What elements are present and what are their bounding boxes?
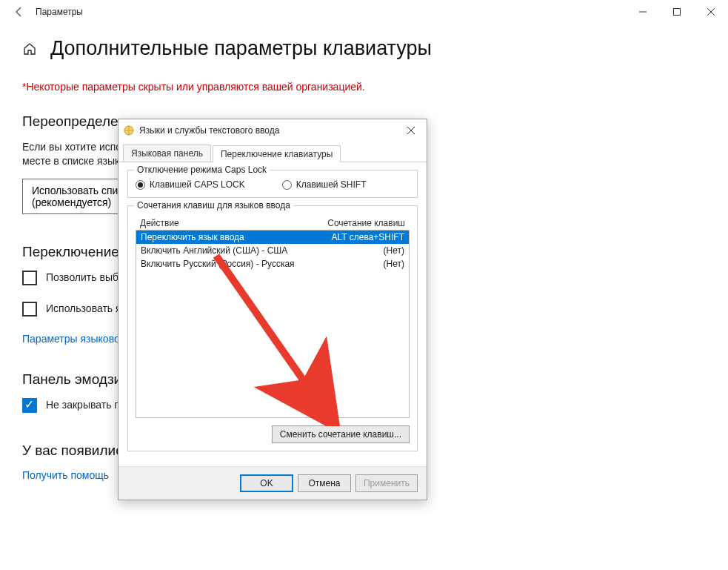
list-item[interactable]: Переключить язык ввода ALT слева+SHIFT xyxy=(136,231,409,244)
maximize-button[interactable] xyxy=(660,0,694,24)
list-combo: ALT слева+SHIFT xyxy=(332,232,405,242)
group-legend: Отключение режима Caps Lock xyxy=(134,165,270,175)
home-icon[interactable] xyxy=(22,42,37,56)
tab-language-panel[interactable]: Языковая панель xyxy=(123,145,211,162)
ok-button[interactable]: OK xyxy=(240,474,293,492)
list-combo: (Нет) xyxy=(384,245,404,256)
dialog-tabstrip: Языковая панель Переключение клавиатуры xyxy=(118,142,427,162)
radio-capslock-key[interactable]: Клавишей CAPS LOCK xyxy=(136,179,245,190)
radio-label: Клавишей SHIFT xyxy=(296,179,367,190)
group-capslock: Отключение режима Caps Lock Клавишей CAP… xyxy=(127,170,418,198)
window-title: Параметры xyxy=(36,7,83,17)
group-hotkeys: Сочетания клавиш для языков ввода Действ… xyxy=(127,205,418,451)
tab-keyboard-switch[interactable]: Переключение клавиатуры xyxy=(213,145,341,162)
apply-button[interactable]: Применить xyxy=(355,474,418,492)
policy-note: *Некоторые параметры скрыты или управляю… xyxy=(22,81,706,93)
list-combo: (Нет) xyxy=(384,259,404,269)
hotkey-list[interactable]: Переключить язык ввода ALT слева+SHIFT В… xyxy=(136,230,410,418)
col-combo: Сочетание клавиш xyxy=(327,218,405,228)
window-titlebar: Параметры xyxy=(0,0,728,24)
dialog-body: Отключение режима Caps Lock Клавишей CAP… xyxy=(118,162,427,466)
hotkey-columns: Действие Сочетание клавиш xyxy=(136,215,410,230)
back-button[interactable] xyxy=(6,0,33,24)
radio-shift-key[interactable]: Клавишей SHIFT xyxy=(282,179,367,190)
keyboard-globe-icon xyxy=(123,125,135,136)
checkbox-icon xyxy=(22,302,37,317)
dialog-close-button[interactable] xyxy=(400,125,422,136)
dialog-titlebar[interactable]: Языки и службы текстового ввода xyxy=(118,119,427,142)
radio-label: Клавишей CAPS LOCK xyxy=(150,179,245,190)
col-action: Действие xyxy=(140,218,179,228)
text-services-dialog: Языки и службы текстового ввода Языковая… xyxy=(118,119,427,500)
list-action: Включить Английский (США) - США xyxy=(141,245,287,256)
radio-icon xyxy=(282,180,292,190)
window-controls xyxy=(626,0,728,24)
change-hotkey-button[interactable]: Сменить сочетание клавиш... xyxy=(272,425,410,443)
group-legend: Сочетания клавиш для языков ввода xyxy=(134,200,293,211)
close-button[interactable] xyxy=(694,0,728,24)
dialog-title: Языки и службы текстового ввода xyxy=(139,125,279,136)
svg-rect-1 xyxy=(674,9,681,16)
page-title: Дополнительные параметры клавиатуры xyxy=(50,37,432,60)
list-action: Переключить язык ввода xyxy=(141,232,244,242)
dialog-footer: OK Отмена Применить xyxy=(118,466,427,500)
checkbox-icon xyxy=(22,271,37,285)
list-item[interactable]: Включить Английский (США) - США (Нет) xyxy=(136,244,409,257)
list-item[interactable]: Включить Русский (Россия) - Русская (Нет… xyxy=(136,257,409,271)
checkbox-icon xyxy=(22,398,37,413)
radio-icon xyxy=(136,180,145,190)
list-action: Включить Русский (Россия) - Русская xyxy=(141,259,295,269)
cancel-button[interactable]: Отмена xyxy=(298,474,351,492)
minimize-button[interactable] xyxy=(626,0,660,24)
